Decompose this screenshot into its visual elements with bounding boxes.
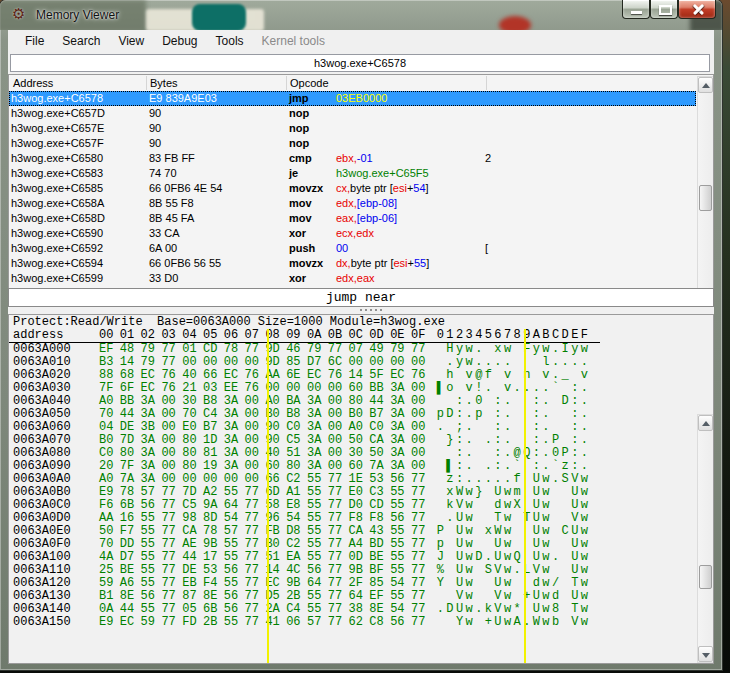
disasm-operands: 03EB0000 [336,91,387,106]
disasm-row[interactable]: h3wog.exe+C658A8B 55 F8movedx,[ebp-08] [9,196,696,211]
hex-byte: C8 [369,616,390,629]
disasm-mnemonic: nop [289,106,309,121]
desktop-background: ⚙ Memory Viewer FileSearchViewDebugTools… [0,0,730,673]
menu-bar: FileSearchViewDebugToolsKernel tools [8,30,714,52]
hex-ascii: Yw +UwA.Wwb Vw [437,616,591,629]
ascii-group-separator [524,329,526,663]
operand-segment: esi [393,182,407,194]
disasm-bytes: 6A 00 [149,241,177,256]
operand-segment: [ebp-06] [357,212,397,224]
operand-segment: 03EB0000 [336,92,387,104]
column-divider[interactable] [286,76,287,90]
scroll-up-arrow[interactable] [698,415,713,431]
hex-byte: 00 [99,329,120,342]
hex-byte: 0B [328,329,349,342]
minimize-button[interactable] [622,0,650,19]
maximize-icon [659,5,672,15]
operand-segment: 55 [414,257,426,269]
disasm-row[interactable]: h3wog.exe+C659466 0FB6 56 55movzxdx,byte… [9,256,696,271]
scroll-down-arrow[interactable] [698,646,713,662]
disasm-row[interactable]: h3wog.exe+C6578E9 839A9E03jmp03EB0000 [9,91,696,106]
hex-byte: 0D [369,329,390,342]
hex-address: address [9,329,99,342]
operand-segment: byte ptr [ [351,257,394,269]
disasm-mnemonic: mov [289,196,312,211]
operand-segment: edx, [336,197,357,209]
hex-view-panel[interactable]: Protect:Read/Write Base=0063A000 Size=10… [8,314,714,664]
operand-segment: ecx,edx [336,227,374,239]
disasm-address: h3wog.exe+C657E [11,121,104,136]
hex-byte: 56 [390,616,411,629]
menu-item-view[interactable]: View [109,32,153,50]
operand-segment: h3wog.exe+C65F5 [336,167,429,179]
hex-byte: 06 [286,616,307,629]
column-header-bytes[interactable]: Bytes [150,77,178,89]
disasm-address: h3wog.exe+C658A [11,196,104,211]
disasm-operands: edx,eax [336,271,375,286]
disasm-bytes: 8B 55 F8 [149,196,194,211]
current-address-bar: h3wog.exe+C6578 [10,54,710,72]
disasm-row[interactable]: h3wog.exe+C658083 FB FFcmpebx,-012 [9,151,696,166]
hex-byte: 62 [349,616,370,629]
operand-segment: esi [393,257,407,269]
hex-byte: 0A [307,329,328,342]
disasm-row[interactable]: h3wog.exe+C657D90nop [9,106,696,121]
operand-segment: ebx, [336,152,357,164]
disasm-row[interactable]: h3wog.exe+C658566 0FB6 4E 54movzxcx,byte… [9,181,696,196]
disasm-row[interactable]: h3wog.exe+C657F90nop [9,136,696,151]
operand-segment: 00 [336,242,348,254]
disasm-operands: eax,[ebp-06] [336,211,397,226]
disasm-row[interactable]: h3wog.exe+C658D8B 45 FAmoveax,[ebp-06] [9,211,696,226]
menu-item-search[interactable]: Search [53,32,109,50]
disasm-bytes: 33 CA [149,226,180,241]
scroll-up-arrow[interactable] [698,77,713,93]
operand-segment: [ebp-08] [357,197,397,209]
menu-item-kernel-tools[interactable]: Kernel tools [253,32,334,50]
hex-byte: 0C [349,329,370,342]
disasm-row[interactable]: h3wog.exe+C659033 CAxorecx,edx [9,226,696,241]
disasm-row[interactable]: h3wog.exe+C659933 D0xoredx,eax [9,271,696,286]
hex-byte: EC [120,616,141,629]
operand-segment: cx, [336,182,350,194]
disasm-address: h3wog.exe+C6580 [11,151,103,166]
hex-byte: 57 [307,616,328,629]
close-button[interactable] [678,0,716,19]
panel-splitter[interactable] [8,307,714,314]
hex-byte: 09 [286,329,307,342]
hex-byte: FD [182,616,203,629]
hex-byte: 2B [203,616,224,629]
memory-viewer-window: ⚙ Memory Viewer FileSearchViewDebugTools… [0,0,722,670]
hex-column-header: address000102030405060708090A0B0C0D0E0F0… [9,329,600,343]
hexview-scrollbar[interactable] [697,414,714,663]
hex-byte: 02 [141,329,162,342]
hex-byte: 04 [182,329,203,342]
hex-header-row: address000102030405060708090A0B0C0D0E0F0… [9,329,600,342]
column-header-address[interactable]: Address [13,77,53,89]
operand-segment: ] [426,257,429,269]
disasm-row[interactable]: h3wog.exe+C657E90nop [9,121,696,136]
disasm-comment: [ [485,241,488,256]
disasm-row[interactable]: h3wog.exe+C65926A 00push00[ [9,241,696,256]
disasm-operands: h3wog.exe+C65F5 [336,166,429,181]
hex-row[interactable]: 0063A150E9EC5977FD2B55774106577762C85677… [9,616,695,629]
hex-address: 0063A150 [9,616,99,629]
disasm-bytes: 66 0FB6 4E 54 [149,181,222,196]
disasm-bytes: 74 70 [149,166,177,181]
disasm-bytes: 90 [149,136,161,151]
menu-item-debug[interactable]: Debug [153,32,206,50]
menu-item-file[interactable]: File [16,32,53,50]
disasm-mnemonic: nop [289,136,309,151]
disasm-operands: cx,byte ptr [esi+54] [336,181,429,196]
disasm-address: h3wog.exe+C6592 [11,241,103,256]
column-header-opcode[interactable]: Opcode [290,77,329,89]
scrollbar-thumb[interactable] [699,565,712,589]
hex-byte: 0E [390,329,411,342]
column-divider[interactable] [146,76,147,90]
maximize-button[interactable] [650,0,678,19]
title-bar[interactable]: ⚙ Memory Viewer [0,0,722,30]
column-divider[interactable] [486,76,487,90]
disasm-row[interactable]: h3wog.exe+C658374 70jeh3wog.exe+C65F5 [9,166,696,181]
scrollbar-thumb[interactable] [699,185,712,211]
disasm-mnemonic: movzx [289,181,323,196]
menu-item-tools[interactable]: Tools [207,32,253,50]
